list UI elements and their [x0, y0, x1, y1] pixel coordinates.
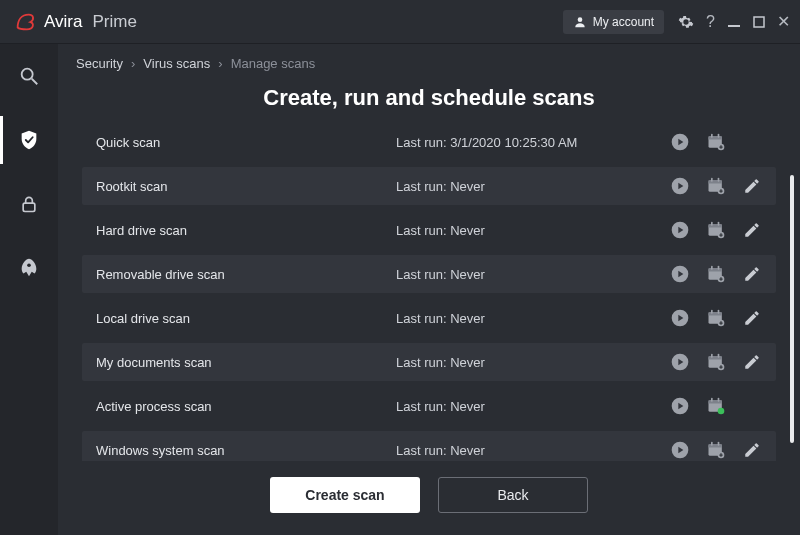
calendar-active-icon[interactable] — [706, 396, 726, 416]
play-icon[interactable] — [670, 132, 690, 152]
svg-rect-45 — [709, 400, 722, 403]
svg-point-48 — [718, 408, 725, 415]
svg-rect-16 — [711, 178, 713, 182]
scan-actions — [670, 176, 762, 196]
scan-row[interactable]: My documents scanLast run: Never — [82, 343, 776, 381]
svg-rect-41 — [718, 354, 720, 358]
scan-name: My documents scan — [96, 355, 396, 370]
breadcrumb-security[interactable]: Security — [76, 56, 123, 71]
scan-name: Rootkit scan — [96, 179, 396, 194]
scan-actions — [670, 132, 762, 152]
scan-row[interactable]: Local drive scanLast run: Never — [82, 299, 776, 337]
scan-name: Windows system scan — [96, 443, 396, 458]
calendar-add-icon[interactable] — [706, 132, 726, 152]
scan-row[interactable]: Active process scanLast run: Never — [82, 387, 776, 425]
sidebar-item-scan[interactable] — [0, 58, 58, 94]
scan-row[interactable]: Hard drive scanLast run: Never — [82, 211, 776, 249]
scan-last-run: Last run: Never — [396, 355, 670, 370]
calendar-add-icon[interactable] — [706, 352, 726, 372]
scan-last-run: Last run: Never — [396, 311, 670, 326]
svg-rect-29 — [718, 266, 720, 270]
brand-product: Prime — [92, 12, 136, 32]
magnifier-icon — [18, 65, 40, 87]
create-scan-button[interactable]: Create scan — [270, 477, 420, 513]
sidebar-item-privacy[interactable] — [0, 186, 58, 222]
scan-actions — [670, 396, 762, 416]
titlebar[interactable]: Avira Prime My account ? ✕ — [0, 0, 800, 44]
svg-rect-51 — [709, 444, 722, 447]
svg-rect-2 — [754, 17, 764, 27]
my-account-button[interactable]: My account — [563, 10, 664, 34]
svg-rect-39 — [709, 356, 722, 359]
scan-row[interactable]: Removable drive scanLast run: Never — [82, 255, 776, 293]
scan-name: Active process scan — [96, 399, 396, 414]
chevron-right-icon: › — [131, 56, 135, 71]
user-icon — [573, 15, 587, 29]
lock-icon — [19, 194, 39, 214]
scan-last-run: Last run: Never — [396, 399, 670, 414]
edit-icon[interactable] — [742, 176, 762, 196]
scrollbar[interactable] — [790, 175, 794, 443]
svg-rect-22 — [711, 222, 713, 226]
footer-actions: Create scan Back — [58, 461, 800, 535]
calendar-add-icon[interactable] — [706, 308, 726, 328]
calendar-add-icon[interactable] — [706, 220, 726, 240]
svg-rect-27 — [709, 268, 722, 271]
calendar-add-icon[interactable] — [706, 440, 726, 460]
play-icon[interactable] — [670, 220, 690, 240]
calendar-add-icon[interactable] — [706, 176, 726, 196]
play-icon[interactable] — [670, 176, 690, 196]
edit-icon[interactable] — [742, 308, 762, 328]
svg-rect-21 — [709, 224, 722, 227]
minimize-icon[interactable] — [727, 15, 741, 29]
window-controls: ? ✕ — [678, 14, 790, 30]
scan-actions — [670, 220, 762, 240]
svg-point-6 — [27, 263, 31, 267]
play-icon[interactable] — [670, 440, 690, 460]
close-icon[interactable]: ✕ — [777, 14, 790, 30]
svg-rect-23 — [718, 222, 720, 226]
svg-point-0 — [577, 17, 582, 22]
page-title: Create, run and schedule scans — [58, 85, 800, 111]
scan-last-run: Last run: 3/1/2020 10:25:30 AM — [396, 135, 670, 150]
svg-rect-9 — [709, 136, 722, 139]
breadcrumb: Security › Virus scans › Manage scans — [58, 44, 800, 79]
scan-actions — [670, 352, 762, 372]
svg-rect-17 — [718, 178, 720, 182]
calendar-add-icon[interactable] — [706, 264, 726, 284]
rocket-icon — [18, 257, 40, 279]
sidebar-item-security[interactable] — [0, 122, 58, 158]
play-icon[interactable] — [670, 308, 690, 328]
back-button[interactable]: Back — [438, 477, 588, 513]
scan-name: Hard drive scan — [96, 223, 396, 238]
svg-rect-11 — [718, 134, 720, 138]
svg-rect-53 — [718, 442, 720, 446]
scan-actions — [670, 440, 762, 460]
play-icon[interactable] — [670, 352, 690, 372]
scan-row[interactable]: Rootkit scanLast run: Never — [82, 167, 776, 205]
svg-rect-35 — [718, 310, 720, 314]
svg-rect-5 — [23, 203, 35, 211]
breadcrumb-virus-scans[interactable]: Virus scans — [143, 56, 210, 71]
edit-icon[interactable] — [742, 264, 762, 284]
svg-rect-28 — [711, 266, 713, 270]
help-icon[interactable]: ? — [706, 14, 715, 30]
edit-icon[interactable] — [742, 440, 762, 460]
svg-rect-52 — [711, 442, 713, 446]
scan-actions — [670, 264, 762, 284]
svg-rect-34 — [711, 310, 713, 314]
svg-line-4 — [32, 79, 38, 85]
maximize-icon[interactable] — [753, 16, 765, 28]
edit-icon[interactable] — [742, 352, 762, 372]
sidebar-item-performance[interactable] — [0, 250, 58, 286]
gear-icon[interactable] — [678, 14, 694, 30]
brand: Avira Prime — [14, 11, 137, 33]
play-icon[interactable] — [670, 396, 690, 416]
sidebar — [0, 44, 58, 535]
play-icon[interactable] — [670, 264, 690, 284]
scan-last-run: Last run: Never — [396, 179, 670, 194]
svg-rect-46 — [711, 398, 713, 402]
scan-row[interactable]: Windows system scanLast run: Never — [82, 431, 776, 461]
edit-icon[interactable] — [742, 220, 762, 240]
scan-row[interactable]: Quick scanLast run: 3/1/2020 10:25:30 AM — [82, 123, 776, 161]
